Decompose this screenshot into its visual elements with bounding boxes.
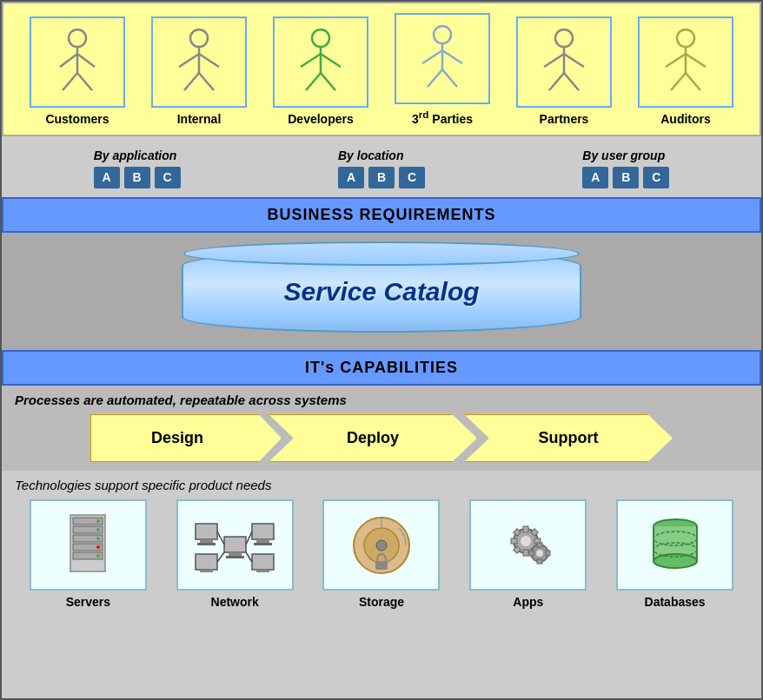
user-auditors: Auditors <box>638 17 733 126</box>
tech-icon-box-network <box>176 499 294 591</box>
it-cap-bar: IT's CAPABILITIES <box>2 350 761 386</box>
svg-line-35 <box>686 73 700 90</box>
svg-line-28 <box>549 73 564 90</box>
filter-section: By application A B C By location A B C B… <box>2 136 761 197</box>
svg-line-34 <box>671 73 686 90</box>
svg-line-61 <box>246 532 252 545</box>
apps-icon <box>491 511 565 580</box>
svg-line-14 <box>301 54 321 67</box>
user-developers: Developers <box>273 17 368 126</box>
filter-group-application: By application A B C <box>94 149 181 188</box>
tech-label-servers: Servers <box>66 595 110 609</box>
svg-rect-59 <box>256 570 269 572</box>
svg-line-63 <box>246 552 252 562</box>
person-icon-partners <box>534 28 594 97</box>
user-icon-box-auditors <box>638 17 733 108</box>
svg-line-62 <box>217 552 224 562</box>
main-container: Customers Internal <box>0 0 763 700</box>
svg-line-60 <box>217 532 224 545</box>
catalog-text: Service Catalog <box>283 277 479 307</box>
svg-rect-52 <box>226 556 244 558</box>
arrow-row: Design Deploy Support <box>15 414 748 462</box>
service-catalog-section: Service Catalog <box>2 233 761 350</box>
filter-label-usergroup: By user group <box>582 149 665 162</box>
svg-line-16 <box>306 73 321 90</box>
svg-rect-81 <box>537 543 542 547</box>
filter-badges-usergroup: A B C <box>582 167 669 188</box>
svg-point-44 <box>96 537 100 540</box>
user-label-internal: Internal <box>177 112 222 126</box>
svg-line-21 <box>442 50 462 63</box>
tech-icon-box-databases <box>616 499 733 591</box>
svg-rect-84 <box>546 551 550 556</box>
svg-line-4 <box>63 73 77 90</box>
tech-label-network: Network <box>211 595 259 609</box>
svg-line-8 <box>179 54 199 67</box>
svg-rect-49 <box>197 543 216 545</box>
svg-rect-51 <box>229 552 242 556</box>
user-icon-box-internal <box>151 17 247 108</box>
storage-icon <box>347 511 416 580</box>
svg-line-17 <box>321 73 335 90</box>
svg-line-32 <box>666 54 686 67</box>
svg-rect-55 <box>254 543 272 545</box>
tech-label-databases: Databases <box>645 595 706 609</box>
network-icon <box>191 511 278 580</box>
svg-line-20 <box>422 50 442 63</box>
svg-line-10 <box>184 73 199 90</box>
svg-line-9 <box>199 54 219 67</box>
svg-line-5 <box>77 73 92 90</box>
tech-label-storage: Storage <box>359 595 404 609</box>
svg-rect-68 <box>375 561 388 570</box>
svg-rect-54 <box>256 539 269 543</box>
badge-loc-a: A <box>338 167 364 188</box>
process-step-design-label: Design <box>151 429 203 447</box>
svg-point-46 <box>96 554 100 558</box>
tech-icon-box-storage <box>322 499 440 591</box>
svg-rect-72 <box>523 550 528 556</box>
badge-ug-c: C <box>643 167 669 188</box>
person-icon-customers <box>47 28 108 97</box>
svg-line-11 <box>199 73 214 90</box>
svg-point-80 <box>536 550 543 557</box>
svg-line-2 <box>60 54 77 67</box>
svg-line-27 <box>564 54 584 67</box>
svg-rect-48 <box>200 539 213 543</box>
process-step-design: Design <box>90 414 282 462</box>
users-section: Customers Internal <box>2 2 761 136</box>
tech-icon-box-servers <box>30 499 147 591</box>
badge-app-a: A <box>94 167 120 188</box>
svg-point-24 <box>555 30 573 47</box>
svg-point-0 <box>69 30 86 47</box>
tech-item-servers: Servers <box>30 499 147 609</box>
svg-line-15 <box>321 54 341 67</box>
process-step-deploy-label: Deploy <box>347 429 399 447</box>
svg-line-26 <box>544 54 564 67</box>
user-customers: Customers <box>30 17 125 126</box>
badge-ug-b: B <box>613 167 639 188</box>
svg-point-42 <box>96 519 100 523</box>
person-icon-developers <box>290 28 351 97</box>
user-icon-box-third-parties <box>395 13 490 104</box>
svg-rect-83 <box>529 551 534 556</box>
person-icon-auditors <box>655 28 716 97</box>
svg-rect-58 <box>252 554 274 570</box>
tech-item-databases: Databases <box>616 499 733 609</box>
svg-point-66 <box>376 540 387 551</box>
user-third-parties: 3rd Parties <box>395 13 490 126</box>
it-cap-text: IT's CAPABILITIES <box>305 359 458 376</box>
person-icon-third-parties <box>412 24 473 94</box>
svg-rect-82 <box>537 559 542 564</box>
filter-label-location: By location <box>338 149 403 162</box>
svg-rect-71 <box>523 526 528 532</box>
filter-badges-application: A B C <box>94 167 181 188</box>
svg-line-23 <box>442 69 457 87</box>
tech-item-apps: Apps <box>469 499 587 609</box>
user-label-customers: Customers <box>45 112 109 126</box>
user-icon-box-developers <box>273 17 368 108</box>
tech-item-network: Network <box>176 499 294 609</box>
tech-subtitle: Technologies support specific product ne… <box>15 478 748 492</box>
svg-line-3 <box>77 54 95 67</box>
svg-rect-56 <box>196 554 217 570</box>
biz-req-text: BUSINESS REQUIREMENTS <box>267 206 495 223</box>
